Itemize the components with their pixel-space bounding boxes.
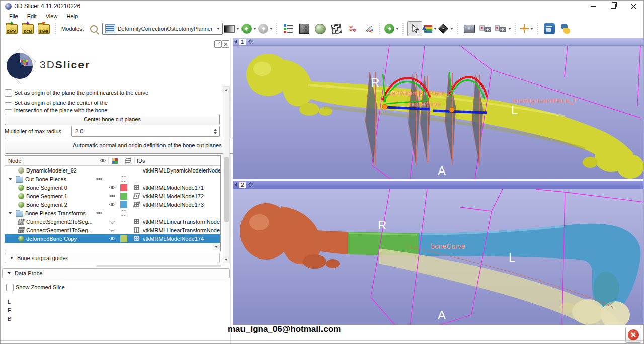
expander-icon[interactable] <box>8 178 12 180</box>
volume-rendering-button[interactable] <box>297 21 312 36</box>
view2-pin-icon[interactable] <box>234 183 237 187</box>
tree-header-color[interactable] <box>109 158 121 164</box>
segmentations-button[interactable] <box>313 21 328 36</box>
minimize-button[interactable] <box>583 1 603 12</box>
extensions-manager-button[interactable] <box>542 21 557 36</box>
color-swatch[interactable] <box>120 193 127 200</box>
module-back-button[interactable] <box>241 21 257 36</box>
scroll-up-button[interactable] <box>223 87 229 93</box>
bone-surgical-guides-section[interactable]: Bone surgical guides <box>5 253 220 263</box>
tree-header-node[interactable]: Node <box>5 158 97 164</box>
menu-edit[interactable]: Edit <box>23 12 41 20</box>
color-swatch[interactable] <box>120 235 127 242</box>
visibility-toggle[interactable] <box>107 228 118 233</box>
view1-header: 1 <box>233 38 644 46</box>
horizontal-scrollbar[interactable] <box>96 265 221 267</box>
panel-close-button[interactable] <box>222 40 229 48</box>
history-icon <box>284 24 293 34</box>
view2-viewport[interactable]: boneCurve R L A <box>233 189 644 325</box>
view1-viewport[interactable]: startAlignmentPlane_2 endAlignmentPlane_… <box>233 46 644 179</box>
module-forward-button[interactable] <box>258 21 273 36</box>
mesh-cell[interactable] <box>130 236 143 241</box>
table-row[interactable]: Cut Bone Pieces <box>5 175 220 183</box>
mesh-cell[interactable] <box>130 219 143 224</box>
scrollbar-thumb[interactable] <box>224 157 229 222</box>
scroll-down-button[interactable] <box>223 256 229 263</box>
place-markup-button[interactable] <box>423 21 438 36</box>
restore-button[interactable] <box>603 1 623 12</box>
visibility-toggle[interactable] <box>107 185 118 190</box>
close-button[interactable] <box>623 1 643 12</box>
nearest-point-checkbox[interactable] <box>5 89 12 97</box>
show-zoomed-slice-label: Show Zoomed Slice <box>16 284 65 290</box>
screenshot-button[interactable] <box>462 21 477 36</box>
crosshair-button[interactable] <box>519 21 534 36</box>
crop-volume-button[interactable] <box>329 21 344 36</box>
menu-view[interactable]: View <box>41 12 62 20</box>
extensions-update-button[interactable] <box>384 21 399 36</box>
spinbox-arrows[interactable] <box>211 126 219 136</box>
show-zoomed-slice-checkbox[interactable] <box>6 284 14 291</box>
module-selector-combobox[interactable]: DeformityCorrectionOsteotomyPlanner <box>102 23 223 35</box>
view2-label: 2 <box>239 182 246 188</box>
load-data-button[interactable]: DATA <box>4 21 19 36</box>
mesh-cell[interactable] <box>130 185 143 190</box>
table-row[interactable]: DynamicModeler_92 vtkMRMLDynamicModelerN… <box>5 166 220 175</box>
python-console-button[interactable] <box>558 21 573 36</box>
tree-header-visibility[interactable] <box>97 158 108 163</box>
tree-header-mesh[interactable] <box>121 158 134 163</box>
visibility-toggle[interactable] <box>107 194 118 198</box>
table-row[interactable]: Bone Segment 0 vtkMRMLModelNode171 <box>5 183 220 192</box>
eye-open-icon <box>109 202 116 207</box>
menu-file[interactable]: File <box>5 12 23 20</box>
mesh-icon <box>133 201 140 207</box>
table-row[interactable]: Bone Segment 1 vtkMRMLModelNode172 <box>5 192 220 200</box>
scene-view-restore-button[interactable] <box>494 21 512 36</box>
center-bone-cut-planes-button[interactable]: Center bone cut planes <box>5 114 220 125</box>
table-row[interactable]: ConnectSegment2ToSeg... vtkMRMLLinearTra… <box>5 217 220 226</box>
probe-layer-f: F <box>8 307 11 313</box>
view1-options-icon[interactable] <box>248 39 254 45</box>
scene-view-capture-button[interactable] <box>478 21 493 36</box>
visibility-toggle[interactable] <box>107 236 118 241</box>
expander-icon[interactable] <box>8 212 12 214</box>
menu-help[interactable]: Help <box>62 12 83 20</box>
tree-scrollbar-down[interactable] <box>213 243 220 250</box>
module-visibility-button[interactable] <box>223 21 240 36</box>
panel-undock-button[interactable] <box>214 40 222 48</box>
mouse-interaction-button[interactable] <box>407 21 422 36</box>
module-history-button[interactable] <box>281 21 296 36</box>
annotations-button[interactable] <box>361 21 376 36</box>
visibility-toggle[interactable] <box>94 177 105 181</box>
mesh-cell[interactable] <box>117 176 130 182</box>
visibility-toggle[interactable] <box>107 219 118 224</box>
multiplier-spinbox[interactable]: 2.0 <box>71 126 220 137</box>
module-search-button[interactable] <box>87 21 102 36</box>
table-row[interactable]: Bone Segment 2 vtkMRMLModelNode173 <box>5 200 220 209</box>
chevron-down-icon <box>217 28 220 30</box>
fiducial-button[interactable] <box>439 21 454 36</box>
mesh-cell[interactable] <box>130 202 143 207</box>
view1-pin-icon[interactable] <box>234 40 237 44</box>
panel-scrollbar[interactable] <box>223 86 230 263</box>
color-swatch[interactable] <box>120 184 127 191</box>
mesh-cell[interactable] <box>130 227 143 233</box>
markups-button[interactable]: ✲✲✲ <box>345 21 360 36</box>
visibility-toggle[interactable] <box>94 211 105 215</box>
save-button[interactable]: SAVE <box>36 21 51 36</box>
color-swatch[interactable] <box>120 201 127 208</box>
table-row[interactable]: ConnectSegment1ToSeg... vtkMRMLLinearTra… <box>5 226 220 234</box>
table-row-selected[interactable]: deformedBone Copy vtkMRMLModelNode174 <box>5 234 220 243</box>
mesh-icon <box>124 157 131 163</box>
mesh-cell[interactable] <box>130 193 143 199</box>
data-probe-section[interactable]: Data Probe <box>2 268 230 278</box>
tree-header-ids[interactable]: IDs <box>135 158 220 164</box>
start-plane-label: startAlignmentPlane_2 <box>387 89 453 97</box>
dicom-button[interactable]: DCM <box>20 21 35 36</box>
center-intersection-checkbox[interactable] <box>5 102 12 110</box>
mesh-cell[interactable] <box>117 210 130 216</box>
table-row[interactable]: Bone Pieces Transforms <box>5 209 220 217</box>
node-id: vtkMRMLLinearTransformNode65 <box>143 227 220 233</box>
view2-options-icon[interactable] <box>248 182 254 188</box>
visibility-toggle[interactable] <box>107 202 118 207</box>
